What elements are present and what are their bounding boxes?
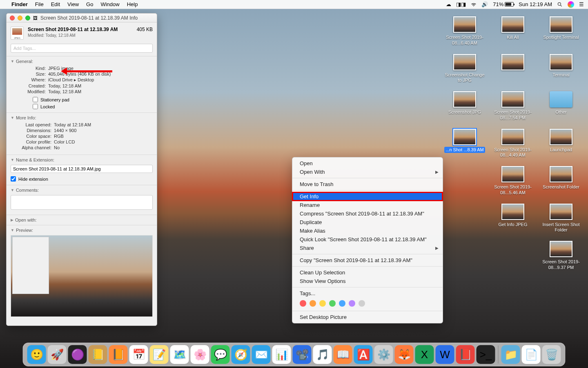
dock-firefox-icon[interactable]: 🦊 — [395, 345, 414, 364]
dock-keynote-icon[interactable]: 📽️ — [293, 345, 312, 364]
desktop-icon[interactable]: Screenshot Change to JPG — [442, 54, 488, 84]
dock-finder-icon[interactable]: 🙂 — [27, 345, 46, 364]
desktop-icon[interactable]: Screen Shot 2019-08...5.46 AM — [490, 166, 536, 196]
desktop-icon[interactable]: Spotlight Terminal — [538, 16, 584, 47]
dock-excel-icon[interactable]: X — [415, 345, 434, 364]
volume-icon[interactable]: 🔊 — [481, 1, 488, 7]
dock-notes-icon[interactable]: 📝 — [150, 345, 169, 364]
stationery-checkbox[interactable]: Stationery pad — [11, 96, 153, 103]
desktop-icon-label: Screen Shot 2019-08...6.40 AM — [442, 34, 488, 47]
locked-checkbox[interactable]: Locked — [11, 103, 153, 110]
dock-contacts-icon[interactable]: 📒 — [89, 345, 107, 364]
dock-messages-icon[interactable]: 💬 — [211, 345, 230, 364]
window-titlebar[interactable]: 🖼 Screen Shot 2019-08-11 at 12.18.39 AM … — [7, 13, 157, 22]
dock-settings-icon[interactable]: ⚙️ — [374, 345, 393, 364]
cm-separator — [292, 266, 443, 267]
menu-edit[interactable]: Edit — [51, 1, 60, 7]
desktop-icon[interactable]: Screen Shot 2019-08...7.54 PM — [490, 91, 536, 121]
dock-launchpad-icon[interactable]: 🚀 — [48, 345, 67, 364]
spotlight-icon[interactable] — [557, 2, 563, 7]
cloud-icon[interactable]: ☁︎ — [446, 1, 451, 7]
dock-safari-icon[interactable]: 🧭 — [232, 345, 250, 364]
cm-duplicate[interactable]: Duplicate — [292, 218, 443, 227]
menu-help[interactable]: Help — [127, 1, 138, 7]
filename-input[interactable] — [11, 165, 153, 173]
cm-tags-label[interactable]: Tags... — [292, 289, 443, 298]
open-with-disclosure[interactable]: ▶Open with: — [11, 218, 153, 222]
name-ext-disclosure[interactable]: ▼Name & Extension: — [11, 157, 153, 162]
battery-status[interactable]: 71% — [493, 1, 514, 7]
desktop-icon[interactable]: Get Info JPEG — [490, 204, 536, 234]
menu-view[interactable]: View — [67, 1, 79, 7]
dock-terminal-icon[interactable]: >_ — [477, 345, 495, 364]
menu-go[interactable]: Go — [86, 1, 93, 7]
comments-input[interactable] — [11, 195, 153, 210]
tag-color-swatch[interactable] — [339, 300, 345, 307]
desktop-icon[interactable]: Terminal — [538, 54, 584, 84]
dock-photos-icon[interactable]: 🌸 — [191, 345, 209, 364]
wifi-icon[interactable] — [471, 2, 477, 7]
hide-extension-checkbox[interactable]: Hide extension — [11, 175, 153, 182]
cm-open[interactable]: Open — [292, 159, 443, 168]
tag-color-swatch[interactable] — [300, 300, 306, 307]
tag-color-swatch[interactable] — [329, 300, 336, 307]
cm-open-with[interactable]: Open With — [292, 168, 443, 176]
desktop-icon[interactable]: Insert Screen Shot Folder — [538, 204, 584, 234]
cm-share[interactable]: Share — [292, 244, 443, 252]
dock-numbers-icon[interactable]: 📊 — [272, 345, 291, 364]
notification-center-icon[interactable]: ☰ — [579, 1, 584, 7]
tag-color-swatch[interactable] — [359, 300, 365, 307]
cm-compress[interactable]: Compress "Screen Shot 2019-08-11 at 12.1… — [292, 209, 443, 218]
close-button[interactable] — [10, 16, 15, 20]
clock[interactable]: Sun 12:19 AM — [519, 1, 552, 7]
comments-disclosure[interactable]: ▼Comments: — [11, 188, 153, 193]
dock-ibooks-icon[interactable]: 📙 — [109, 345, 128, 364]
desktop-icon[interactable]: Screenshot Folder — [538, 166, 584, 196]
dock-siri-icon[interactable]: 🟣 — [68, 345, 87, 364]
zoom-button[interactable] — [25, 16, 30, 20]
more-info-disclosure[interactable]: ▼More Info: — [11, 115, 153, 120]
desktop-icon[interactable]: Launchpad — [538, 129, 584, 159]
menu-window[interactable]: Window — [100, 1, 119, 7]
desktop-icon[interactable] — [490, 54, 536, 84]
tag-color-swatch[interactable] — [349, 300, 355, 307]
tag-color-swatch[interactable] — [319, 300, 326, 307]
desktop-icon[interactable]: Kill All — [490, 16, 536, 47]
dock-word-icon[interactable]: W — [436, 345, 454, 364]
cm-copy[interactable]: Copy "Screen Shot 2019-08-11 at 12.18.39… — [292, 256, 443, 265]
dock-calendar-icon[interactable]: 📅 — [129, 345, 148, 364]
cm-view-options[interactable]: Show View Options — [292, 277, 443, 285]
dock-docs-icon[interactable]: 📄 — [522, 345, 541, 364]
preview-disclosure[interactable]: ▼Preview: — [11, 228, 153, 233]
dock-mail-icon[interactable]: ✉️ — [252, 345, 271, 364]
cm-get-info[interactable]: Get Info — [292, 192, 443, 201]
dock-itunes-icon[interactable]: 🎵 — [313, 345, 332, 364]
dock-ibooks2-icon[interactable]: 📖 — [334, 345, 352, 364]
cm-clean-up[interactable]: Clean Up Selection — [292, 268, 443, 277]
kind-key: Kind: — [16, 66, 46, 71]
siri-icon[interactable] — [568, 1, 574, 8]
dock-trash-icon[interactable]: 🗑️ — [542, 345, 561, 364]
desktop-icon[interactable]: Screen Shot 2019-08...9.37 PM — [538, 241, 584, 271]
desktop-icon[interactable]: Screen Shot 2019-08...4.49 AM — [490, 129, 536, 159]
desktop-icon[interactable]: Other — [538, 91, 584, 121]
tag-color-swatch[interactable] — [310, 300, 316, 307]
desktop-icon[interactable]: ...n Shot ...8.39 AM — [442, 129, 488, 159]
cm-move-to-trash[interactable]: Move to Trash — [292, 180, 443, 188]
cm-make-alias[interactable]: Make Alias — [292, 227, 443, 235]
general-disclosure[interactable]: ▼General: — [11, 59, 153, 64]
dock-appstore-icon[interactable]: 🅰️ — [354, 345, 373, 364]
tags-input[interactable]: Add Tags... — [11, 44, 153, 53]
cm-set-desktop-picture[interactable]: Set Desktop Picture — [292, 313, 443, 321]
dock-downloads-icon[interactable]: 📁 — [501, 345, 520, 364]
cm-quick-look[interactable]: Quick Look "Screen Shot 2019-08-11 at 12… — [292, 235, 443, 244]
menu-file[interactable]: File — [35, 1, 44, 7]
disk-icon[interactable]: ◨◨ — [456, 1, 466, 7]
dock-pdf-icon[interactable]: 📕 — [456, 345, 475, 364]
cm-rename[interactable]: Rename — [292, 201, 443, 209]
minimize-button[interactable] — [18, 16, 22, 20]
dock-maps-icon[interactable]: 🗺️ — [170, 345, 189, 364]
desktop-icon[interactable]: Screenshot JPG — [442, 91, 488, 121]
app-menu[interactable]: Finder — [11, 1, 28, 7]
desktop-icon[interactable]: Screen Shot 2019-08...6.40 AM — [442, 16, 488, 47]
